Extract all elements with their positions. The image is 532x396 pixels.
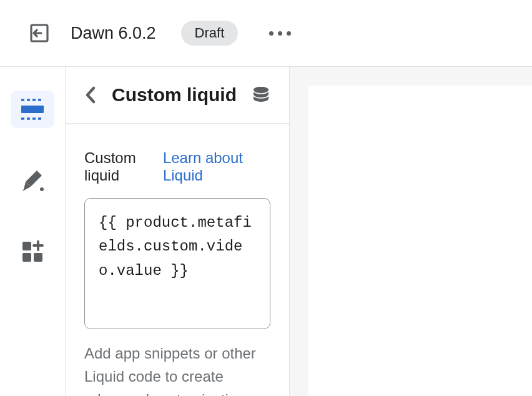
app-header: Dawn 6.0.2 Draft: [0, 0, 532, 67]
back-icon[interactable]: [84, 86, 97, 104]
custom-liquid-input[interactable]: {{ product.metafields.custom.video.value…: [84, 198, 270, 329]
apps-icon: [21, 240, 44, 263]
settings-panel: Custom liquid Custom liquid Learn about …: [66, 67, 290, 396]
theme-name: Dawn 6.0.2: [71, 24, 156, 43]
svg-point-4: [40, 187, 44, 191]
svg-rect-6: [34, 253, 42, 262]
panel-title: Custom liquid: [112, 84, 237, 106]
field-label: Custom liquid: [84, 149, 163, 184]
svg-point-9: [254, 87, 268, 93]
svg-rect-5: [22, 242, 31, 250]
panel-header: Custom liquid: [66, 67, 289, 124]
more-actions-icon[interactable]: [269, 31, 291, 36]
learn-about-liquid-link[interactable]: Learn about Liquid: [163, 149, 270, 184]
left-sidebar: [0, 67, 66, 396]
preview-area: [290, 67, 532, 396]
sidebar-theme-settings-button[interactable]: [11, 162, 54, 199]
help-text: Add app snippets or other Liquid code to…: [84, 342, 270, 396]
paintbrush-icon: [20, 168, 45, 193]
exit-icon[interactable]: [28, 22, 51, 44]
svg-rect-7: [22, 253, 31, 262]
database-icon[interactable]: [252, 86, 270, 104]
svg-rect-2: [21, 106, 44, 113]
preview-canvas: [308, 86, 532, 396]
sections-icon: [20, 99, 45, 120]
sidebar-apps-button[interactable]: [11, 233, 54, 270]
sidebar-sections-button[interactable]: [11, 91, 54, 128]
status-badge: Draft: [181, 21, 239, 46]
